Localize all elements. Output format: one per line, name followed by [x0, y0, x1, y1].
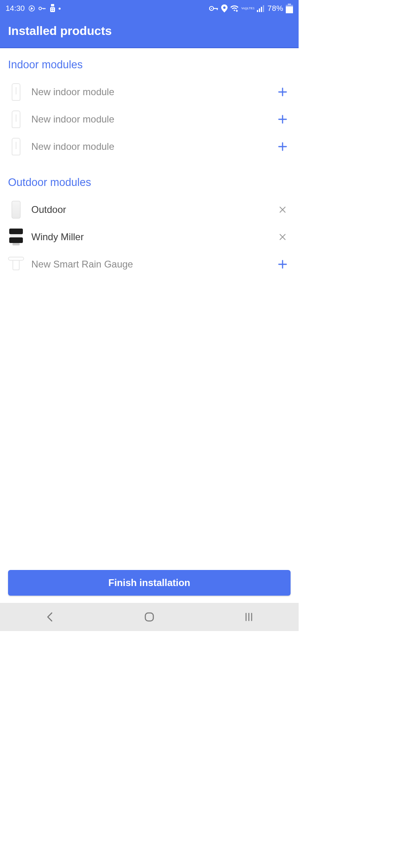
outdoor-row-label: New Smart Rain Gauge: [31, 259, 267, 270]
content-area: Indoor modules New indoor module New ind…: [0, 48, 299, 631]
battery-icon: [286, 4, 293, 13]
svg-rect-17: [261, 7, 262, 12]
svg-rect-8: [53, 8, 54, 9]
svg-rect-7: [51, 8, 52, 9]
indoor-section-title: Indoor modules: [8, 59, 291, 71]
add-indoor-button[interactable]: [275, 139, 291, 155]
svg-rect-9: [51, 10, 52, 11]
signal-icon: [257, 5, 265, 12]
wifi-icon: [230, 5, 239, 12]
status-right: Vo)) LTE1 78%: [209, 4, 293, 13]
home-nav-button[interactable]: [133, 607, 165, 627]
volte-icon: Vo)) LTE1: [241, 7, 254, 10]
add-outdoor-button[interactable]: [275, 256, 291, 272]
svg-point-1: [39, 7, 41, 10]
svg-rect-18: [263, 5, 264, 12]
indoor-row-label: New indoor module: [31, 114, 267, 125]
app-viewport: 14:30 Vo)) LTE1: [0, 0, 299, 631]
outdoor-row-label: Windy Miller: [31, 231, 267, 243]
recents-nav-button[interactable]: [233, 607, 265, 627]
svg-rect-16: [259, 8, 260, 12]
location-icon: [221, 4, 228, 12]
compass-icon: [28, 5, 35, 12]
indoor-row[interactable]: New indoor module: [8, 133, 291, 160]
finish-installation-button[interactable]: Finish installation: [8, 570, 291, 596]
remove-outdoor-button[interactable]: [275, 229, 291, 245]
status-bar: 14:30 Vo)) LTE1: [0, 0, 299, 17]
outdoor-row[interactable]: Outdoor: [8, 196, 291, 223]
outdoor-row[interactable]: Windy Miller: [8, 223, 291, 251]
svg-rect-5: [51, 4, 54, 6]
status-time: 14:30: [6, 4, 25, 13]
remove-outdoor-button[interactable]: [275, 202, 291, 218]
svg-rect-3: [43, 8, 44, 9]
indoor-row-label: New indoor module: [31, 141, 267, 152]
lte-label: LTE1: [247, 7, 255, 10]
vo-label: Vo)): [241, 7, 247, 10]
battery-percent: 78%: [267, 4, 283, 13]
indoor-module-icon: [8, 110, 24, 129]
svg-point-12: [211, 8, 212, 9]
indoor-row[interactable]: New indoor module: [8, 78, 291, 106]
rain-gauge-icon: [8, 255, 24, 274]
outdoor-module-icon: [8, 200, 24, 219]
vpn-key-icon: [209, 6, 219, 11]
indoor-module-icon: [8, 82, 24, 102]
app-header: Installed products: [0, 17, 299, 48]
svg-rect-14: [217, 8, 218, 10]
indoor-row[interactable]: New indoor module: [8, 106, 291, 133]
android-navbar: [0, 603, 299, 631]
outdoor-row-label: Outdoor: [31, 204, 267, 215]
status-left: 14:30: [6, 4, 61, 13]
indoor-module-icon: [8, 137, 24, 156]
more-notif-dot-icon: [59, 8, 61, 10]
svg-rect-2: [41, 8, 45, 9]
outdoor-row[interactable]: New Smart Rain Gauge: [8, 251, 291, 278]
finish-button-wrap: Finish installation: [0, 570, 299, 596]
add-indoor-button[interactable]: [275, 111, 291, 127]
add-indoor-button[interactable]: [275, 84, 291, 100]
key-small-icon: [39, 6, 47, 11]
svg-rect-31: [145, 613, 153, 621]
svg-rect-4: [45, 8, 45, 9]
outdoor-section-title: Outdoor modules: [8, 176, 291, 189]
indoor-row-label: New indoor module: [31, 86, 267, 98]
app-notif-icon: [50, 4, 55, 13]
anemometer-icon: [8, 227, 24, 247]
svg-rect-6: [50, 7, 55, 12]
svg-rect-15: [257, 10, 258, 12]
svg-rect-10: [53, 10, 54, 11]
page-title: Installed products: [8, 24, 291, 38]
back-nav-button[interactable]: [34, 607, 66, 627]
